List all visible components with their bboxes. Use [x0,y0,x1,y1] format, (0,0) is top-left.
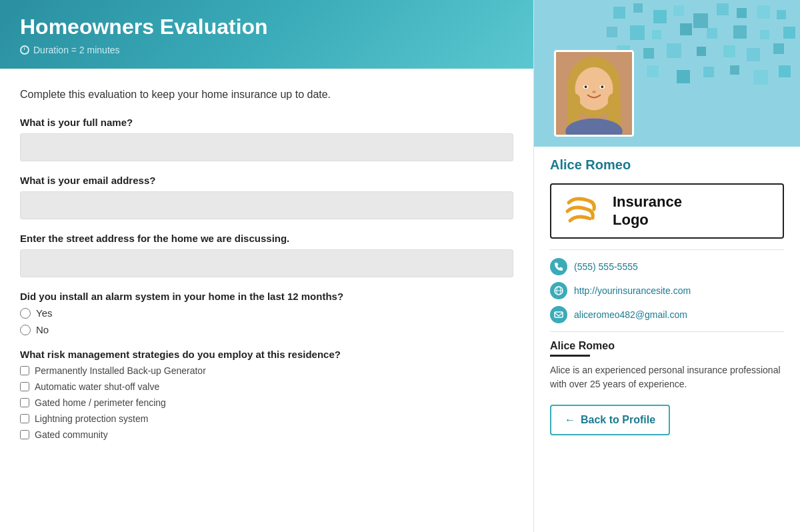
svg-rect-8 [777,10,786,19]
profile-photo [556,52,632,135]
svg-rect-6 [737,8,747,18]
checkbox-generator-label: Permanently Installed Back-up Generator [35,365,206,376]
svg-rect-2 [653,10,667,23]
svg-rect-12 [680,23,692,35]
svg-rect-18 [643,48,654,59]
contact-phone: (555) 555-5555 [550,258,784,275]
checkbox-gated-home-label: Gated home / perimeter fencing [35,397,166,408]
form-duration: Duration = 2 minutes [20,45,513,55]
question-risk: What risk management strategies do you e… [20,349,513,440]
svg-rect-19 [667,43,681,58]
question-email: What is your email address? [20,175,513,219]
agent-name-heading: Alice Romeo [550,157,784,173]
svg-rect-4 [693,13,708,28]
svg-rect-0 [613,7,625,19]
logo-text: InsuranceLogo [613,193,682,229]
website-value: http://yourinsurancesite.com [574,285,691,296]
question-address: Enter the street address for the home we… [20,233,513,277]
svg-rect-22 [747,48,760,61]
profile-photo-container [554,50,634,137]
phone-value: (555) 555-5555 [574,261,638,272]
email-icon [550,306,567,323]
checkbox-input-gated-community[interactable] [20,430,29,439]
svg-rect-27 [703,67,714,77]
divider-1 [550,249,784,250]
svg-rect-23 [773,43,784,54]
radio-yes-label: Yes [36,307,52,319]
globe-icon [550,282,567,299]
svg-rect-20 [697,47,706,56]
checkbox-gated-home[interactable]: Gated home / perimeter fencing [20,397,513,408]
svg-rect-29 [753,70,768,85]
svg-rect-15 [760,30,769,39]
logo-icon [562,193,602,229]
svg-rect-30 [779,65,791,77]
input-address[interactable] [20,249,513,277]
contact-website: http://yourinsurancesite.com [550,282,784,299]
form-intro: Complete this evaluation to keep your ho… [20,89,513,101]
profile-header [534,0,800,147]
checkbox-lightning[interactable]: Lightning protection system [20,413,513,424]
profile-body: Alice Romeo InsuranceLogo [534,147,800,457]
checkbox-water-shutoff-label: Automatic water shut-off valve [35,381,159,392]
checkbox-input-gated-home[interactable] [20,398,29,407]
label-address: Enter the street address for the home we… [20,233,513,244]
checkbox-input-generator[interactable] [20,366,29,375]
checkbox-group-risk: Permanently Installed Back-up Generator … [20,365,513,440]
input-email[interactable] [20,191,513,219]
label-full-name: What is your full name? [20,117,513,128]
contact-email: aliceromeo482@gmail.com [550,306,784,323]
svg-rect-16 [783,27,795,39]
checkbox-gated-community[interactable]: Gated community [20,429,513,440]
radio-no-label: No [36,324,49,335]
form-header: Homeowners Evaluation Duration = 2 minut… [0,0,533,69]
right-panel: Alice Romeo InsuranceLogo [533,0,800,532]
divider-2 [550,331,784,332]
radio-yes[interactable]: Yes [20,307,513,319]
label-risk: What risk management strategies do you e… [20,349,513,360]
left-panel: Homeowners Evaluation Duration = 2 minut… [0,0,533,532]
svg-point-40 [601,86,603,89]
question-full-name: What is your full name? [20,117,513,161]
input-full-name[interactable] [20,133,513,161]
checkbox-input-water-shutoff[interactable] [20,382,29,391]
question-alarm: Did you install an alarm system in your … [20,291,513,335]
agent-bio-name: Alice Romeo [550,340,784,352]
checkbox-water-shutoff[interactable]: Automatic water shut-off valve [20,381,513,392]
form-body: Complete this evaluation to keep your ho… [0,69,533,532]
profile-photo-svg [556,52,632,135]
back-to-profile-label: Back to Profile [581,414,655,426]
svg-rect-28 [730,65,739,75]
radio-no[interactable]: No [20,324,513,335]
radio-group-alarm: Yes No [20,307,513,335]
svg-rect-21 [723,45,735,57]
svg-rect-9 [607,27,617,37]
svg-rect-7 [757,5,770,19]
checkbox-generator[interactable]: Permanently Installed Back-up Generator [20,365,513,376]
svg-rect-45 [555,312,563,317]
radio-input-no[interactable] [20,325,31,335]
svg-rect-25 [647,65,659,77]
checkbox-gated-community-label: Gated community [35,429,108,440]
checkbox-input-lightning[interactable] [20,414,29,423]
back-arrow-icon: ← [565,414,575,426]
back-to-profile-button[interactable]: ← Back to Profile [550,405,670,435]
svg-point-33 [575,67,613,111]
svg-rect-10 [630,25,645,40]
label-email: What is your email address? [20,175,513,186]
checkbox-lightning-label: Lightning protection system [35,413,148,424]
svg-rect-3 [673,5,684,16]
svg-rect-5 [717,3,729,15]
svg-rect-13 [707,28,717,39]
agent-name-underline [550,355,590,357]
clock-icon [20,45,29,55]
agent-bio-text: Alice is an experienced personal insuran… [550,363,784,391]
phone-icon [550,258,567,275]
svg-rect-1 [633,3,643,13]
radio-input-yes[interactable] [20,308,31,319]
form-title: Homeowners Evaluation [20,15,513,39]
label-alarm: Did you install an alarm system in your … [20,291,513,302]
logo-icon-svg [562,193,602,229]
svg-rect-11 [652,30,661,39]
svg-point-41 [592,91,596,93]
